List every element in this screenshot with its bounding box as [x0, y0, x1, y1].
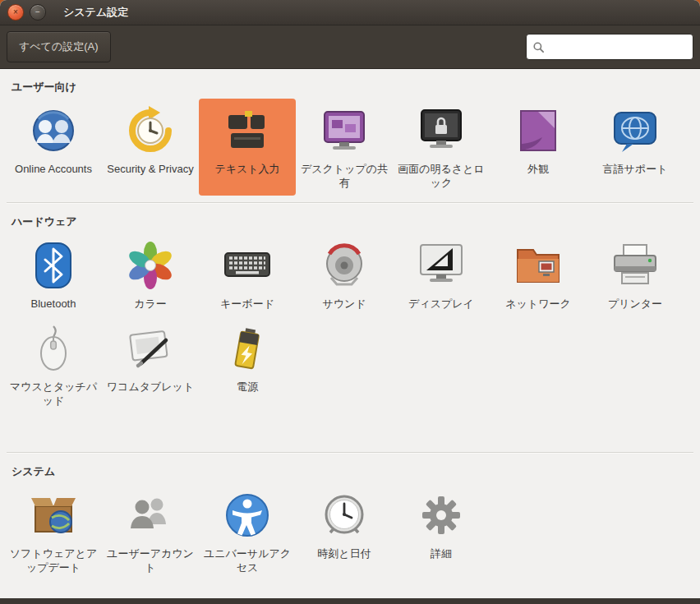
bluetooth-icon: [27, 239, 80, 292]
settings-item-label: ネットワーク: [505, 297, 571, 311]
user-accounts-icon: [124, 489, 177, 542]
settings-item-label: ディスプレイ: [408, 297, 474, 311]
settings-item-appearance[interactable]: 外観: [490, 99, 587, 196]
settings-item-label: 詳細: [431, 547, 452, 561]
printers-icon: [609, 239, 661, 292]
security-privacy-icon: [124, 104, 177, 157]
sound-icon: [318, 239, 371, 292]
settings-item-details[interactable]: 詳細: [393, 483, 490, 580]
hardware-grid: Bluetoothカラーキーボードサウンドディスプレイネットワークプリンターマウ…: [5, 233, 695, 413]
settings-item-user-accounts[interactable]: ユーザーアカウント: [102, 483, 199, 580]
close-icon: ×: [13, 8, 18, 16]
settings-item-label: Online Accounts: [15, 163, 92, 177]
desktop-sharing-icon: [318, 104, 371, 157]
section-title-hardware: ハードウェア: [5, 204, 695, 233]
settings-item-label: テキスト入力: [214, 163, 279, 177]
settings-item-printers[interactable]: プリンター: [587, 233, 684, 316]
settings-item-text-entry[interactable]: テキスト入力: [199, 99, 296, 196]
window-title: システム設定: [63, 5, 128, 20]
minimize-button[interactable]: −: [30, 4, 46, 21]
settings-item-label: 言語サポート: [603, 163, 668, 177]
settings-item-label: マウスとタッチパッド: [7, 380, 99, 408]
section-title-system: システム: [5, 454, 695, 483]
settings-item-bluetooth[interactable]: Bluetooth: [5, 233, 102, 316]
search-input[interactable]: [549, 40, 687, 54]
details-icon: [415, 489, 467, 542]
settings-item-label: デスクトップの共有: [298, 163, 390, 191]
toolbar: すべての設定(A): [0, 25, 700, 69]
settings-item-label: Bluetooth: [31, 297, 76, 311]
color-icon: [124, 239, 177, 292]
settings-item-network[interactable]: ネットワーク: [490, 233, 587, 316]
settings-item-label: 時刻と日付: [317, 547, 371, 561]
section-title-personal: ユーザー向け: [5, 69, 695, 99]
personal-grid: Online AccountsSecurity & Privacyテキスト入力デ…: [5, 99, 695, 196]
settings-item-security-privacy[interactable]: Security & Privacy: [102, 99, 199, 196]
settings-item-sound[interactable]: サウンド: [296, 233, 393, 316]
settings-item-displays[interactable]: ディスプレイ: [393, 233, 490, 316]
settings-item-label: 画面の明るさとロック: [395, 163, 487, 191]
settings-item-wacom-tablet[interactable]: ワコムタブレット: [102, 316, 199, 413]
settings-item-language-support[interactable]: 言語サポート: [587, 99, 684, 196]
mouse-touchpad-icon: [27, 322, 80, 375]
power-icon: [221, 322, 274, 375]
settings-item-label: キーボード: [220, 297, 274, 311]
settings-item-time-date[interactable]: 時刻と日付: [296, 483, 393, 580]
brightness-lock-icon: [415, 104, 467, 157]
settings-item-label: プリンター: [608, 297, 662, 311]
system-settings-window: × − システム設定 すべての設定(A) ユーザー向け Online Accou…: [0, 0, 700, 604]
all-settings-button[interactable]: すべての設定(A): [7, 31, 111, 62]
settings-item-label: サウンド: [322, 297, 366, 311]
minimize-icon: −: [35, 8, 40, 16]
software-updates-icon: [27, 489, 80, 542]
bottom-border: [0, 598, 700, 604]
settings-item-desktop-sharing[interactable]: デスクトップの共有: [296, 99, 393, 196]
online-accounts-icon: [27, 104, 80, 157]
settings-item-brightness-lock[interactable]: 画面の明るさとロック: [393, 99, 490, 196]
settings-item-label: 外観: [527, 163, 549, 177]
settings-item-label: ソフトウェアとアップデート: [7, 547, 99, 575]
universal-access-icon: [221, 489, 274, 542]
settings-item-label: Security & Privacy: [107, 163, 193, 177]
settings-item-online-accounts[interactable]: Online Accounts: [5, 99, 102, 196]
search-box[interactable]: [526, 34, 693, 60]
section-system: システム ソフトウェアとアップデートユーザーアカウントユニバーサルアクセス時刻と…: [5, 454, 695, 580]
settings-item-label: 電源: [237, 380, 258, 394]
settings-item-software-updates[interactable]: ソフトウェアとアップデート: [5, 483, 102, 580]
settings-item-label: ユーザーアカウント: [104, 547, 196, 575]
settings-item-power[interactable]: 電源: [199, 316, 296, 413]
system-grid: ソフトウェアとアップデートユーザーアカウントユニバーサルアクセス時刻と日付詳細: [5, 483, 695, 580]
settings-item-mouse-touchpad[interactable]: マウスとタッチパッド: [5, 316, 102, 413]
language-support-icon: [609, 104, 661, 157]
section-personal: ユーザー向け Online AccountsSecurity & Privacy…: [5, 69, 695, 196]
titlebar[interactable]: × − システム設定: [0, 0, 700, 25]
search-icon: [532, 41, 545, 53]
displays-icon: [415, 239, 467, 292]
close-button[interactable]: ×: [7, 4, 24, 21]
wacom-tablet-icon: [124, 322, 177, 375]
settings-item-label: ユニバーサルアクセス: [201, 547, 293, 575]
settings-item-keyboard[interactable]: キーボード: [199, 233, 296, 316]
settings-item-label: カラー: [134, 297, 167, 311]
settings-item-universal-access[interactable]: ユニバーサルアクセス: [199, 483, 296, 580]
content: ユーザー向け Online AccountsSecurity & Privacy…: [0, 69, 700, 598]
network-icon: [512, 239, 564, 292]
appearance-icon: [512, 104, 564, 157]
settings-item-label: ワコムタブレット: [107, 380, 194, 394]
keyboard-icon: [221, 239, 274, 292]
text-entry-icon: [221, 104, 274, 157]
time-date-icon: [318, 489, 371, 542]
settings-item-color[interactable]: カラー: [102, 233, 199, 316]
section-hardware: ハードウェア Bluetoothカラーキーボードサウンドディスプレイネットワーク…: [5, 204, 695, 413]
